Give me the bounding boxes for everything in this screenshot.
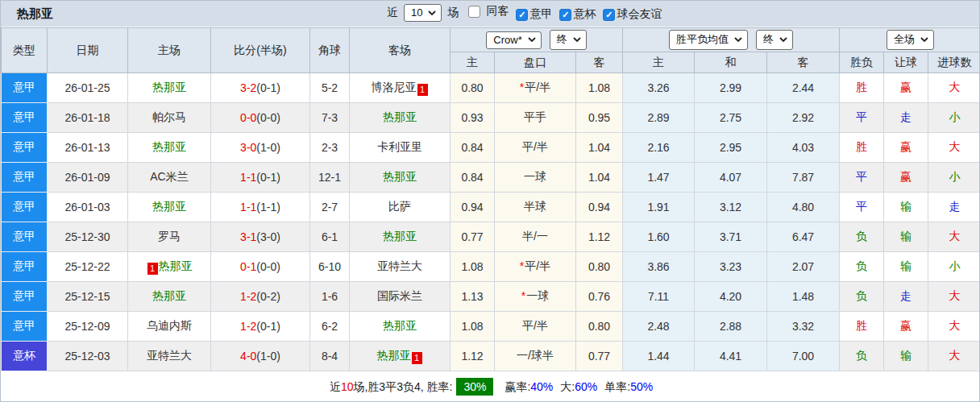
table-row: 意甲 25-12-09 乌迪内斯 1-2(0-1) 6-2 热那亚 1.08 平… xyxy=(2,312,980,342)
over-rate-label: 大: xyxy=(560,380,575,393)
avg-draw: 2.95 xyxy=(695,133,767,163)
home-team: 乌迪内斯 xyxy=(128,312,211,342)
odds-group-header: Crow* 终 xyxy=(451,28,623,52)
over-rate-value: 60% xyxy=(575,380,597,393)
home-team: 热那亚 xyxy=(128,73,211,103)
half-time-score: (0-1) xyxy=(256,171,280,184)
corners: 7-3 xyxy=(310,103,350,133)
half-time-score: (0-0) xyxy=(256,111,280,124)
filter-checkbox-1[interactable]: 同客 xyxy=(468,4,509,19)
team-name: 热那亚 xyxy=(152,140,186,153)
team-name: 热那亚 xyxy=(152,81,186,93)
subcol-odds-away: 客 xyxy=(576,52,623,73)
col-corners: 角球 xyxy=(310,28,350,73)
result-handicap: 输 xyxy=(884,342,928,371)
score-cell: 1-1(0-1) xyxy=(211,163,310,193)
chevron-down-icon xyxy=(428,10,436,15)
avg-home: 1.60 xyxy=(623,222,695,252)
home-team: 热那亚 xyxy=(128,282,211,312)
checked-checkbox-icon[interactable]: ✓ xyxy=(516,9,528,21)
score-cell: 3-2(0-1) xyxy=(211,73,310,103)
unchecked-checkbox-icon[interactable] xyxy=(468,6,480,18)
type-badge: 意甲 xyxy=(2,193,48,222)
avg-period-select[interactable]: 终 xyxy=(756,30,793,50)
team-name: 乌迪内斯 xyxy=(147,319,192,332)
final-score: 3-0 xyxy=(240,141,256,154)
handicap: 平/半 xyxy=(495,133,576,163)
score-cell: 3-1(3-0) xyxy=(211,222,310,252)
checked-checkbox-icon[interactable]: ✓ xyxy=(559,9,571,21)
match-history-panel: 热那亚 近 10 场 同客✓意甲✓意杯✓球会友谊 类型 日期 主场 比分(半场) xyxy=(0,0,980,402)
star-icon: * xyxy=(520,81,524,93)
team-name: 热那亚 xyxy=(383,170,417,183)
result-goals: 大 xyxy=(928,342,980,371)
avg-draw: 2.88 xyxy=(695,312,767,342)
filter-checkbox-4[interactable]: ✓球会友谊 xyxy=(603,7,662,22)
avg-home: 3.86 xyxy=(623,252,695,282)
final-score: 3-2 xyxy=(240,81,256,94)
odds-period-select[interactable]: 终 xyxy=(550,30,587,50)
team-name: 亚特兰大 xyxy=(377,259,422,272)
table-row: 意甲 26-01-03 热那亚 1-1(1-1) 2-7 比萨 0.94 半球 … xyxy=(2,193,980,222)
chevron-down-icon xyxy=(528,37,536,42)
corners: 1-6 xyxy=(310,282,350,312)
scope-select[interactable]: 全场 xyxy=(887,30,934,50)
bookmaker-select[interactable]: Crow* xyxy=(486,31,541,49)
chevron-down-icon xyxy=(734,37,742,42)
odd-rate-label: 单率: xyxy=(604,380,630,393)
team-name: 热那亚 xyxy=(383,110,417,123)
result-goals: 大 xyxy=(928,222,980,252)
avg-away: 7.87 xyxy=(767,163,840,193)
odds-home: 0.93 xyxy=(451,103,495,133)
table-row: 意甲 26-01-13 热那亚 3-0(1-0) 2-3 卡利亚里 0.84 平… xyxy=(2,133,980,163)
matches-label: 场 xyxy=(447,6,459,20)
odds-away: 1.12 xyxy=(576,222,623,252)
filter-checkbox-2[interactable]: ✓意甲 xyxy=(516,7,552,22)
handicap-rate-value: 40% xyxy=(530,380,553,393)
table-row: 意甲 26-01-18 帕尔马 0-0(0-0) 7-3 热那亚 0.93 平手… xyxy=(2,103,980,133)
checked-checkbox-icon[interactable]: ✓ xyxy=(603,9,615,21)
home-team: 罗马 xyxy=(128,222,211,252)
score-cell: 4-0(1-0) xyxy=(211,342,310,371)
col-away: 客场 xyxy=(350,28,451,73)
team-name: 亚特兰大 xyxy=(147,349,192,362)
score-cell: 1-2(0-1) xyxy=(211,312,310,342)
final-score: 0-0 xyxy=(240,111,256,124)
result-handicap: 走 xyxy=(884,103,928,133)
range-select[interactable]: 10 xyxy=(404,4,442,22)
avg-type-select[interactable]: 胜平负均值 xyxy=(669,30,748,50)
subcol-avg-draw: 和 xyxy=(695,52,767,73)
score-cell: 0-0(0-0) xyxy=(211,103,310,133)
red-card-badge: 1 xyxy=(412,352,422,364)
final-score: 3-1 xyxy=(240,230,256,243)
red-card-badge: 1 xyxy=(147,263,158,275)
match-date: 26-01-03 xyxy=(48,193,128,222)
team-name: 比萨 xyxy=(388,200,411,213)
team-name: 帕尔马 xyxy=(152,110,186,123)
col-date: 日期 xyxy=(48,28,128,73)
score-cell: 1-1(1-1) xyxy=(211,193,310,222)
avg-home: 2.16 xyxy=(623,133,695,163)
home-team: 热那亚 xyxy=(128,193,211,222)
filter-label: 球会友谊 xyxy=(617,7,662,22)
avg-away: 3.32 xyxy=(767,312,840,342)
avg-away: 2.44 xyxy=(767,73,840,103)
avg-home: 2.48 xyxy=(623,312,695,342)
corners: 5-2 xyxy=(310,73,350,103)
corners: 2-3 xyxy=(310,133,350,163)
type-badge: 意杯 xyxy=(2,342,48,371)
summary-count: 10 xyxy=(341,380,354,393)
match-date: 26-01-18 xyxy=(48,103,128,133)
final-score: 1-2 xyxy=(240,320,256,333)
avg-period-select-value: 终 xyxy=(763,32,774,47)
filter-checkbox-3[interactable]: ✓意杯 xyxy=(559,7,596,22)
match-table: 类型 日期 主场 比分(半场) 角球 客场 Crow* 终 xyxy=(1,27,980,402)
filter-label: 意杯 xyxy=(573,7,596,22)
type-badge: 意甲 xyxy=(2,222,48,252)
avg-home: 3.26 xyxy=(623,73,695,103)
result-goals: 大 xyxy=(928,133,980,163)
result-goals: 小 xyxy=(928,252,980,282)
result-goals: 走 xyxy=(928,193,980,222)
result-handicap: 输 xyxy=(884,252,928,282)
table-row: 意甲 25-12-22 1热那亚 0-1(0-0) 6-10 亚特兰大 1.08… xyxy=(2,252,980,282)
